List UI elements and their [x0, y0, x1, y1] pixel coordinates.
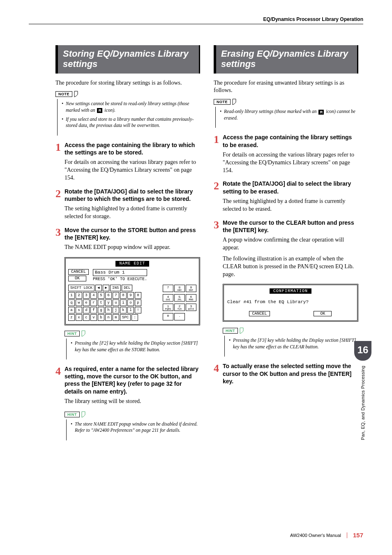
name-edit-screen: NAME EDIT CANCEL OK Bass Drum 1 PRESS 'O…: [65, 257, 200, 325]
kb-key[interactable]: g: [98, 307, 104, 313]
step-body: The library setting will be stored.: [65, 398, 200, 405]
numpad-key[interactable]: 4GHI: [163, 294, 173, 302]
ok-button[interactable]: OK: [314, 311, 332, 316]
kb-key[interactable]: 1: [68, 292, 75, 299]
spc-key[interactable]: SPC: [120, 314, 131, 321]
numpad-key[interactable]: 5JKL: [174, 294, 185, 302]
note-pointer-icon: [74, 91, 80, 97]
kb-key[interactable]: s: [76, 307, 82, 313]
note-list: • Read-only library settings (those mark…: [215, 107, 358, 128]
step-body: The NAME EDIT popup window will appear.: [65, 244, 200, 251]
shift-lock-key[interactable]: SHIFT LOCK: [68, 285, 95, 291]
arrow-right-key[interactable]: ►: [103, 285, 109, 291]
note-list: • New settings cannot be stored to read-…: [57, 99, 200, 135]
chapter-title: Pan, EQ, and Dynamics Processing: [360, 366, 365, 440]
ins-key[interactable]: INS: [110, 285, 121, 291]
step-number: 4: [214, 362, 223, 385]
step-title: Rotate the [DATA/JOG] dial to select the…: [223, 180, 358, 195]
numpad-key[interactable]: .: [174, 313, 185, 320]
kb-key[interactable]: q: [68, 299, 75, 306]
numpad-key[interactable]: 8ABC: [174, 285, 185, 292]
kb-key[interactable]: !: [135, 307, 141, 313]
kb-key[interactable]: i: [120, 299, 127, 306]
step-title: To actually erase the selected setting m…: [223, 362, 358, 385]
kb-key[interactable]: e: [83, 299, 90, 306]
kb-key[interactable]: 5: [98, 292, 104, 299]
step: 3 Move the cursor to the CLEAR button an…: [214, 219, 358, 234]
note-tag: NOTE: [55, 91, 200, 97]
step-title: Access the page containing the library s…: [223, 134, 358, 148]
kb-row-num: 1234567890: [68, 292, 159, 299]
kb-key[interactable]: 6: [105, 292, 112, 299]
kb-key[interactable]: f: [90, 307, 97, 313]
kb-key[interactable]: 7: [113, 292, 119, 299]
numpad-key[interactable]: 3WXYZ: [186, 304, 196, 311]
kb-key[interactable]: u: [113, 299, 119, 306]
arrow-left-key[interactable]: ◄: [95, 285, 102, 291]
kb-key[interactable]: t: [98, 299, 104, 306]
cancel-button[interactable]: CANCEL: [68, 269, 89, 275]
kb-key[interactable]: 4: [90, 292, 97, 299]
kb-key[interactable]: x: [76, 314, 82, 321]
kb-key[interactable]: v: [90, 314, 97, 321]
kb-key[interactable]: o: [127, 299, 134, 306]
step-number: 2: [55, 188, 65, 203]
numpad-key[interactable]: 6MNO: [186, 294, 196, 302]
note-item: • Read-only library settings (those mark…: [220, 108, 358, 121]
instruction-text: PRESS 'OK' TO EXECUTE.: [93, 277, 147, 282]
ok-button[interactable]: OK: [68, 276, 86, 281]
hint-tag: HINT: [223, 327, 358, 334]
kb-key[interactable]: l: [127, 307, 134, 313]
header-rule: [29, 24, 363, 24]
kb-key[interactable]: :: [131, 314, 138, 321]
numpad-key[interactable]: 1PQRS: [163, 304, 173, 311]
screen-title: CONFIRMATION: [270, 288, 311, 294]
step-number: 3: [55, 226, 65, 241]
hint-label: HINT: [223, 328, 238, 334]
step-title: Rotate the [DATA/JOG] dial to select the…: [65, 188, 200, 203]
kb-key[interactable]: b: [98, 314, 104, 321]
footer: AW2400 Owner's Manual 157: [29, 532, 363, 539]
screen-title: NAME EDIT: [115, 261, 149, 267]
kb-key[interactable]: m: [113, 314, 119, 321]
step-body-extra: The following illustration is an example…: [223, 255, 358, 279]
step: 4 As required, enter a name for the sele…: [55, 365, 200, 395]
step: 4 To actually erase the selected setting…: [214, 362, 358, 385]
kb-key[interactable]: r: [90, 299, 97, 306]
kb-key[interactable]: k: [120, 307, 127, 313]
kb-key[interactable]: 0: [135, 292, 141, 299]
hint-item: •Pressing the [F3] key while holding the…: [229, 337, 358, 350]
right-column: Erasing EQ/Dynamics Library settings The…: [214, 45, 358, 387]
kb-key[interactable]: w: [76, 299, 82, 306]
keyboard-area: SHIFT LOCK ◄ ► INS DEL 1234567890 qwerty…: [68, 285, 196, 322]
kb-key[interactable]: c: [83, 314, 90, 321]
kb-key[interactable]: y: [105, 299, 112, 306]
step-title: Access the page containing the library t…: [65, 141, 200, 156]
kb-key[interactable]: d: [83, 307, 90, 313]
numpad-key[interactable]: 9DEF: [186, 285, 196, 292]
kb-key[interactable]: z: [68, 314, 75, 321]
hint-pointer-icon: [240, 327, 245, 334]
kb-key[interactable]: 9: [127, 292, 134, 299]
kb-row-a: asdfghjkl!: [68, 307, 159, 313]
kb-key[interactable]: j: [113, 307, 119, 313]
kb-key[interactable]: p: [135, 299, 141, 306]
cancel-button[interactable]: CANCEL: [249, 311, 270, 316]
kb-key[interactable]: 8: [120, 292, 127, 299]
storing-intro: The procedure for storing library settin…: [55, 79, 200, 87]
note-label: NOTE: [214, 99, 231, 105]
erasing-intro: The procedure for erasing unwanted libra…: [214, 79, 358, 95]
kb-key[interactable]: h: [105, 307, 112, 313]
kb-key[interactable]: 2: [76, 292, 82, 299]
step: 2 Rotate the [DATA/JOG] dial to select t…: [214, 180, 358, 195]
step-title: Move the cursor to the CLEAR button and …: [223, 219, 358, 234]
del-key[interactable]: DEL: [122, 285, 132, 291]
numpad-key[interactable]: 2TUV: [174, 304, 185, 311]
numpad-key[interactable]: 7: [163, 285, 173, 292]
numpad-key[interactable]: 0: [163, 313, 173, 320]
kb-key[interactable]: a: [68, 307, 75, 313]
kb-key[interactable]: n: [105, 314, 112, 321]
confirm-message: Clear #41 from the EQ Library?: [227, 299, 354, 304]
kb-key[interactable]: 3: [83, 292, 90, 299]
name-field[interactable]: Bass Drum 1: [93, 269, 147, 276]
